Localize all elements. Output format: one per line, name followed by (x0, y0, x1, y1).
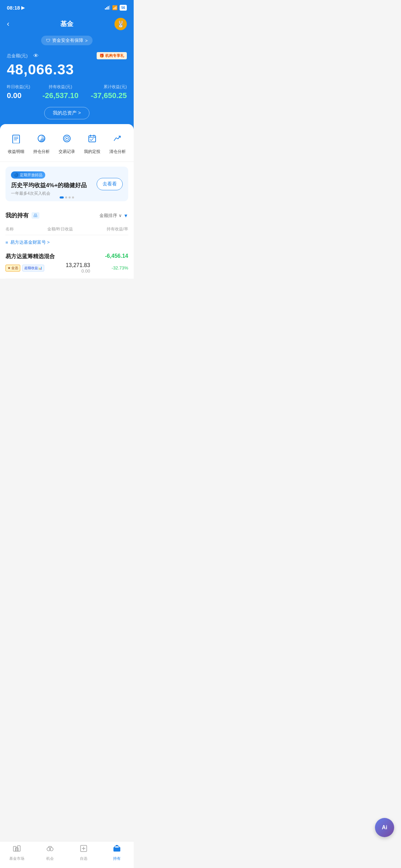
balance-section: 总金额(元) 👁 🎁 机构专享礼 48,066.33 昨日收益(元) 0.00 … (0, 49, 134, 130)
quick-action-yield-detail[interactable]: 收益明细 (8, 131, 24, 155)
fund-group-icon: ≡ (5, 240, 8, 245)
promo-content: 🔵 定期开放好品 历史平均收益4%+的稳健好品 一年最多4次买入机会 (11, 171, 87, 196)
fund-group-name: 易方达基金财富号 > (10, 239, 50, 245)
promo-dots (60, 196, 74, 198)
wifi-icon: 📶 (112, 5, 118, 10)
sort-label: 金额排序 (99, 213, 117, 219)
balance-amount: 48,066.33 (7, 61, 127, 78)
metric-cumulative-label: 累计收益(元) (104, 84, 127, 90)
metric-holding-gain: 持有收益(元) -26,537.10 (42, 84, 78, 100)
vip-badge[interactable]: 🎁 机构专享礼 (97, 52, 127, 59)
holdings-badge: 品 (32, 212, 39, 219)
promo-dot-3 (69, 196, 71, 198)
quick-action-regular-invest[interactable]: 我的定投 (84, 131, 100, 155)
svg-point-7 (66, 138, 68, 139)
promo-banner: 🔵 定期开放好品 历史平均收益4%+的稳健好品 一年最多4次买入机会 去看看 (5, 167, 128, 201)
total-assets-button[interactable]: 我的总资产 > (44, 107, 89, 119)
holdings-header: 我的持有 品 金额排序 ∨ ▼ (5, 206, 128, 224)
quick-action-yield-label: 收益明细 (8, 149, 24, 155)
fund-gain-rate: -32.73% (112, 265, 128, 270)
card-section: 收益明细 持仓分析 (0, 124, 134, 279)
quick-action-regular-label: 我的定投 (84, 149, 100, 155)
status-time: 08:18 (7, 5, 20, 11)
promo-dot-2 (65, 196, 67, 198)
fund-tag-gold: ★ 金选 (5, 265, 20, 272)
metric-cumulative-value: -37,650.25 (91, 91, 127, 100)
fund-gain-col: -6,456.14 (105, 253, 128, 259)
quick-actions: 收益明细 持仓分析 (0, 131, 134, 162)
metric-yesterday: 昨日收益(元) 0.00 (7, 84, 30, 100)
quick-action-position-label: 持仓分析 (33, 149, 50, 155)
fund-item-row1: 易方达蓝筹精选混合 -6,456.14 (5, 253, 128, 260)
quick-action-position-analysis[interactable]: 持仓分析 (33, 131, 50, 155)
quick-action-clear-label: 清仓分析 (109, 149, 126, 155)
location-arrow-icon: ▶ (21, 5, 25, 10)
header: ‹ 基金 🐰 (0, 15, 134, 34)
regular-invest-icon (85, 131, 100, 146)
promo-dot-4 (72, 196, 74, 198)
fund-item-0[interactable]: 易方达蓝筹精选混合 -6,456.14 ★ 金选 超额收益📊 (5, 248, 128, 279)
metrics-row: 昨日收益(元) 0.00 持有收益(元) -26,537.10 累计收益(元) … (7, 84, 127, 100)
fund-gain-rate-col: -32.73% (112, 265, 128, 270)
svg-rect-0 (13, 135, 20, 143)
chevron-down-icon: ∨ (119, 213, 122, 218)
page-title: 基金 (60, 20, 73, 28)
fund-badge-row: ★ 金选 超额收益📊 (5, 265, 44, 272)
security-badge[interactable]: 🛡 资金安全有保障 > (41, 36, 93, 45)
promo-tag-text: 定期开放好品 (20, 172, 42, 178)
fund-gain-value: -6,456.14 (105, 253, 128, 259)
gift-icon: 🎁 (99, 53, 104, 58)
quick-action-trade-record[interactable]: 交易记录 (59, 131, 75, 155)
fund-item-row2: ★ 金选 超额收益📊 13,271.83 0.00 (5, 262, 128, 274)
promo-water-drop-icon: 🔵 (14, 173, 19, 177)
holdings-title: 我的持有 品 (5, 212, 39, 219)
metric-yesterday-label: 昨日收益(元) (7, 84, 30, 90)
battery-icon: 56 (120, 5, 127, 11)
sort-direction-icon: ▼ (123, 213, 128, 218)
security-arrow-icon: > (85, 38, 88, 43)
star-icon: ★ (8, 266, 11, 270)
back-button[interactable]: ‹ (7, 20, 19, 28)
holdings-section: 我的持有 品 金额排序 ∨ ▼ 名称 金额/昨日收益 持有收益/率 ≡ 易方达基… (0, 206, 134, 279)
quick-action-clear-analysis[interactable]: 清仓分析 (109, 131, 126, 155)
metric-holding-gain-label: 持有收益(元) (49, 84, 72, 90)
quick-action-trade-label: 交易记录 (59, 149, 75, 155)
vip-label: 机构专享礼 (105, 53, 124, 58)
fund-name: 易方达蓝筹精选混合 (5, 253, 55, 260)
fund-right-col: 13,271.83 0.00 (66, 262, 90, 274)
position-analysis-icon (34, 131, 49, 146)
balance-label-row: 总金额(元) 👁 🎁 机构专享礼 (7, 52, 127, 59)
security-bar-section: 🛡 资金安全有保障 > (0, 34, 134, 49)
trade-record-icon (59, 131, 74, 146)
status-icons: 📶 56 (105, 5, 127, 11)
table-header: 名称 金额/昨日收益 持有收益/率 (5, 224, 128, 235)
clear-analysis-icon (110, 131, 125, 146)
avatar-button[interactable]: 🐰 (114, 18, 127, 30)
shield-icon: 🛡 (46, 38, 50, 43)
promo-subtitle: 一年最多4次买入机会 (11, 191, 87, 196)
promo-tag: 🔵 定期开放好品 (11, 171, 45, 179)
fund-group-label[interactable]: ≡ 易方达基金财富号 > (5, 235, 128, 248)
signal-bars-icon (105, 5, 110, 10)
promo-button[interactable]: 去看看 (97, 178, 123, 190)
table-header-name: 名称 (5, 226, 14, 232)
eye-icon[interactable]: 👁 (33, 53, 39, 59)
table-header-gain: 持有收益/率 (107, 226, 128, 232)
fund-amount: 13,271.83 (66, 262, 90, 268)
promo-title: 历史平均收益4%+的稳健好品 (11, 181, 87, 189)
balance-label: 总金额(元) (7, 53, 28, 59)
metric-holding-gain-value: -26,537.10 (42, 91, 78, 100)
security-text: 资金安全有保障 (52, 37, 83, 44)
metric-yesterday-value: 0.00 (7, 91, 22, 100)
status-time-group: 08:18 ▶ (7, 5, 25, 11)
table-header-amount: 金额/昨日收益 (47, 226, 73, 232)
status-bar: 08:18 ▶ 📶 56 (0, 0, 134, 15)
promo-dot-1 (60, 196, 64, 198)
fund-tag-blue: 超额收益📊 (22, 265, 44, 272)
metric-cumulative: 累计收益(元) -37,650.25 (91, 84, 127, 100)
fund-daily-gain: 0.00 (66, 268, 90, 274)
yield-detail-icon (9, 131, 24, 146)
svg-rect-8 (89, 136, 96, 142)
sort-button[interactable]: 金额排序 ∨ ▼ (99, 213, 128, 219)
